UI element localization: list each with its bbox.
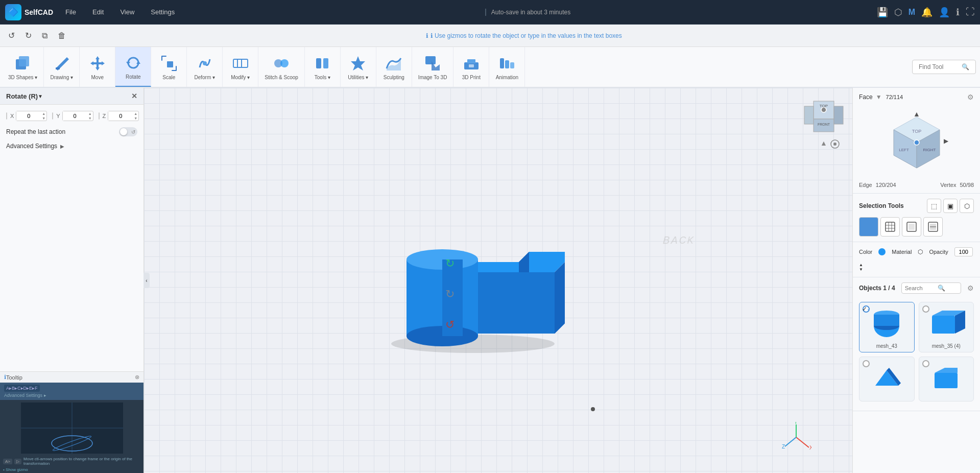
svg-rect-38 xyxy=(804,106,814,124)
obj-thumb-4[interactable] xyxy=(919,357,974,401)
repeat-toggle[interactable]: ↺ xyxy=(119,127,137,136)
panel-close-icon[interactable]: ✕ xyxy=(131,92,137,100)
face-dropdown-arrow[interactable]: ▼ xyxy=(876,93,882,101)
objects-gear-icon[interactable]: ⚙ xyxy=(967,284,974,292)
logo: 🔷 SelfCAD xyxy=(5,4,53,20)
tool-drawing[interactable]: Drawing xyxy=(44,47,80,87)
nav-cube-svg[interactable]: TOP FRONT xyxy=(803,96,844,137)
z-input[interactable]: 0 xyxy=(108,111,133,121)
main-area: Rotate (R) ▼ ✕ X 0 ▲ ▼ Y xyxy=(0,88,980,473)
svg-text:X: X xyxy=(809,445,811,451)
user-icon[interactable]: 👤 xyxy=(939,7,950,18)
fullscreen-icon[interactable]: ⛶ xyxy=(966,7,975,17)
tool-move[interactable]: Move xyxy=(80,47,115,87)
mini-ctrl-2[interactable]: ▷ xyxy=(14,459,21,464)
3d-view-cube[interactable]: TOP LEFT RIGHT ▲ ▶ xyxy=(883,109,950,176)
tool-deform[interactable]: Deform xyxy=(187,47,223,87)
save-icon[interactable]: 💾 xyxy=(877,7,888,18)
tool-utilities[interactable]: Utilities xyxy=(341,47,376,87)
opacity-input[interactable] xyxy=(954,247,973,256)
obj-thumb-3[interactable] xyxy=(859,357,915,401)
tool-3dprint[interactable]: 3D Print xyxy=(453,47,489,87)
share-icon[interactable]: ⬡ xyxy=(894,7,902,18)
y-input-wrap: 0 ▲ ▼ xyxy=(62,111,93,121)
obj-thumb-mesh43[interactable]: ✓ mesh_43 xyxy=(859,302,915,352)
m-icon[interactable]: M xyxy=(909,8,915,17)
panel-dropdown-icon[interactable]: ▼ xyxy=(38,93,43,99)
x-up-spinner[interactable]: ▲ xyxy=(41,111,46,116)
svg-text:▲: ▲ xyxy=(913,110,920,118)
left-panel-toggle[interactable]: ‹ xyxy=(144,273,150,288)
obj-radio-4[interactable] xyxy=(922,360,929,367)
svg-text:TOP: TOP xyxy=(912,129,921,134)
x-down-spinner[interactable]: ▼ xyxy=(41,116,46,121)
view-gear-icon[interactable]: ⚙ xyxy=(967,93,974,101)
svg-rect-14 xyxy=(425,56,436,64)
material-icon[interactable]: ⬡ xyxy=(918,248,923,255)
tool-animation[interactable]: Animation xyxy=(489,47,525,87)
color-picker[interactable] xyxy=(878,248,886,255)
y-up-spinner[interactable]: ▲ xyxy=(87,111,93,116)
mode-transparent-btn[interactable] xyxy=(902,217,921,236)
mini-link-1[interactable]: • Show gizmo xyxy=(3,467,28,472)
delete-button[interactable]: 🗑 xyxy=(55,28,69,43)
secondbar: ↺ ↻ ⧉ 🗑 ℹ ℹ Use gizmos to rotate the obj… xyxy=(0,25,980,47)
y-label: Y xyxy=(56,113,60,119)
obj-thumb-mesh35[interactable]: mesh_35 (4) xyxy=(919,302,974,352)
y-input[interactable]: 0 xyxy=(63,111,87,121)
x-label: X xyxy=(10,113,14,119)
y-checkbox[interactable] xyxy=(52,112,53,120)
tool-scale[interactable]: Scale xyxy=(151,47,187,87)
obj-radio-mesh35[interactable] xyxy=(922,305,929,313)
menu-view[interactable]: View xyxy=(116,6,138,18)
obj-radio-mesh43[interactable]: ✓ xyxy=(863,305,870,313)
canvas-area[interactable]: BACK xyxy=(144,88,852,473)
sel-paint-icon[interactable]: ⬡ xyxy=(960,199,974,213)
opacity-down[interactable]: ▼ xyxy=(859,267,863,272)
menu-edit[interactable]: Edit xyxy=(88,6,108,18)
objects-search-box[interactable]: 🔍 xyxy=(901,282,961,294)
x-input[interactable]: 0 xyxy=(16,111,41,121)
z-checkbox[interactable] xyxy=(99,112,100,120)
obj-radio-3[interactable] xyxy=(863,360,870,367)
bell-icon[interactable]: 🔔 xyxy=(921,7,933,18)
find-tool-box[interactable]: 🔍 xyxy=(912,60,976,74)
menu-file[interactable]: File xyxy=(61,6,80,18)
y-down-spinner[interactable]: ▼ xyxy=(87,116,93,121)
tool-sculpting[interactable]: Sculpting xyxy=(376,47,412,87)
objects-search-input[interactable] xyxy=(905,285,936,291)
tool-imageto3d[interactable]: Image To 3D xyxy=(412,47,454,87)
mode-xray-btn[interactable] xyxy=(923,217,943,236)
svg-marker-4 xyxy=(126,62,130,65)
z-down-spinner[interactable]: ▼ xyxy=(133,116,138,121)
tool-stitch[interactable]: Stitch & Scoop xyxy=(258,47,305,87)
tool-3dshapes[interactable]: 3D Shapes xyxy=(2,47,44,87)
copy-button[interactable]: ⧉ xyxy=(39,28,51,43)
camera-icon[interactable] xyxy=(830,139,840,149)
undo-button[interactable]: ↺ xyxy=(5,28,18,43)
mini-ctrl-1[interactable]: A> xyxy=(3,459,12,464)
mode-solid-btn[interactable] xyxy=(859,217,878,236)
tool-modify[interactable]: Modify xyxy=(223,47,258,87)
toolbar: 3D Shapes Drawing Move Rotate Scale Defo… xyxy=(0,47,980,88)
tool-tools[interactable]: Tools xyxy=(305,47,341,87)
tooltip-label: Tooltip xyxy=(6,374,22,381)
tool-rotate[interactable]: Rotate xyxy=(115,47,151,87)
menu-settings[interactable]: Settings xyxy=(147,6,179,18)
compass-up[interactable]: ▲ xyxy=(820,139,827,147)
sel-box-icon[interactable]: ▣ xyxy=(943,199,958,213)
sel-lasso-icon[interactable]: ⬚ xyxy=(927,199,941,213)
find-tool-input[interactable] xyxy=(919,63,960,70)
opacity-up[interactable]: ▲ xyxy=(859,263,863,267)
tooltip-close-icon[interactable]: ⊗ xyxy=(135,374,139,381)
x-checkbox[interactable] xyxy=(6,112,7,120)
logo-icon: 🔷 xyxy=(5,4,21,20)
svg-rect-12 xyxy=(316,58,321,68)
z-up-spinner[interactable]: ▲ xyxy=(133,111,138,116)
obj-thumb-img-3 xyxy=(866,360,907,396)
advanced-settings[interactable]: Advanced Settings ▶ xyxy=(6,143,137,150)
redo-button[interactable]: ↻ xyxy=(22,28,35,43)
mode-wireframe-btn[interactable] xyxy=(880,217,900,236)
panel-title: Rotate (R) xyxy=(6,92,38,100)
info-icon[interactable]: ℹ xyxy=(956,7,960,18)
